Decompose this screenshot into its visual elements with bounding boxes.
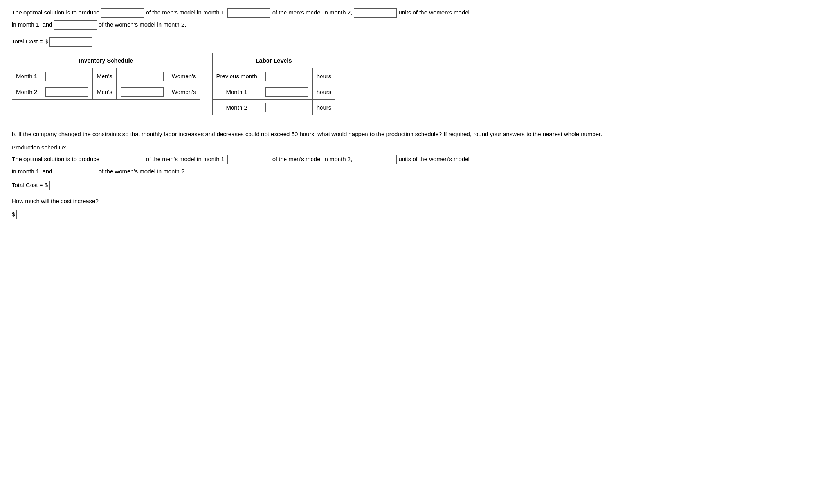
labor-levels-table: Labor Levels Previous month hours Month … — [212, 53, 336, 115]
prod-schedule-label: Production schedule: — [12, 144, 67, 151]
in-month1-and-b: in month 1, and — [12, 168, 52, 175]
inv-month1-womens-input[interactable] — [121, 72, 164, 81]
section-b-label: b. — [12, 131, 17, 137]
month2-label-inv: Month 2 — [12, 84, 41, 100]
mens-month2-input-b[interactable] — [227, 155, 270, 164]
mens-month2-input-a[interactable] — [227, 8, 270, 18]
labor-month1-input[interactable] — [265, 87, 308, 97]
labor-month1-label: Month 1 — [212, 84, 261, 100]
of-mens-month1-a: of the men's model in month 1, — [146, 9, 226, 16]
of-mens-month2-b: of the men's model in month 2, — [272, 156, 353, 162]
of-womens-month2-b: of the women's model in month 2. — [99, 168, 186, 175]
hours-label-m1: hours — [312, 84, 335, 100]
mens-label-inv1: Men's — [93, 68, 117, 84]
prev-month-label: Previous month — [212, 68, 261, 84]
of-womens-month2-a: of the women's model in month 2. — [99, 21, 186, 28]
month1-label-inv: Month 1 — [12, 68, 41, 84]
optimal-text-b: The optimal solution is to produce — [12, 156, 99, 162]
womens-month2-input-b[interactable] — [54, 167, 97, 176]
units-womens-b: units of the women's model — [399, 156, 470, 162]
in-month1-and-a: in month 1, and — [12, 21, 52, 28]
womens-month1-input-a[interactable] — [354, 8, 397, 18]
mens-month1-input-a[interactable] — [101, 8, 144, 18]
labor-month2-input[interactable] — [265, 103, 308, 112]
dollar-sign-b: $ — [12, 210, 15, 219]
total-cost-label-a: Total Cost = $ — [12, 38, 48, 45]
cost-increase-input[interactable] — [16, 210, 59, 219]
of-mens-month1-b: of the men's model in month 1, — [146, 156, 226, 162]
mens-label-inv2: Men's — [93, 84, 117, 100]
inv-month2-mens-input[interactable] — [45, 87, 88, 97]
womens-label-inv2: Women's — [168, 84, 200, 100]
hours-label-m2: hours — [312, 100, 335, 115]
section-b-description: If the company changed the constraints s… — [18, 131, 602, 137]
womens-label-inv1: Women's — [168, 68, 200, 84]
hours-label-prev: hours — [312, 68, 335, 84]
total-cost-label-b: Total Cost = $ — [12, 182, 48, 188]
total-cost-input-a[interactable] — [49, 37, 92, 47]
mens-month1-input-b[interactable] — [101, 155, 144, 164]
womens-month1-input-b[interactable] — [354, 155, 397, 164]
inventory-schedule-table: Inventory Schedule Month 1 Men's Women's… — [12, 53, 200, 115]
labor-month2-label: Month 2 — [212, 100, 261, 115]
labor-levels-title: Labor Levels — [212, 53, 335, 68]
how-much-label: How much will the cost increase? — [12, 198, 99, 204]
of-mens-month2-a: of the men's model in month 2, — [272, 9, 353, 16]
labor-prev-month-input[interactable] — [265, 72, 308, 81]
inventory-schedule-title: Inventory Schedule — [12, 53, 200, 68]
units-womens-a: units of the women's model — [399, 9, 470, 16]
inv-month1-mens-input[interactable] — [45, 72, 88, 81]
womens-month2-input-a[interactable] — [54, 20, 97, 30]
optimal-text-a: The optimal solution is to produce — [12, 9, 99, 16]
inv-month2-womens-input[interactable] — [121, 87, 164, 97]
total-cost-input-b[interactable] — [49, 181, 92, 190]
